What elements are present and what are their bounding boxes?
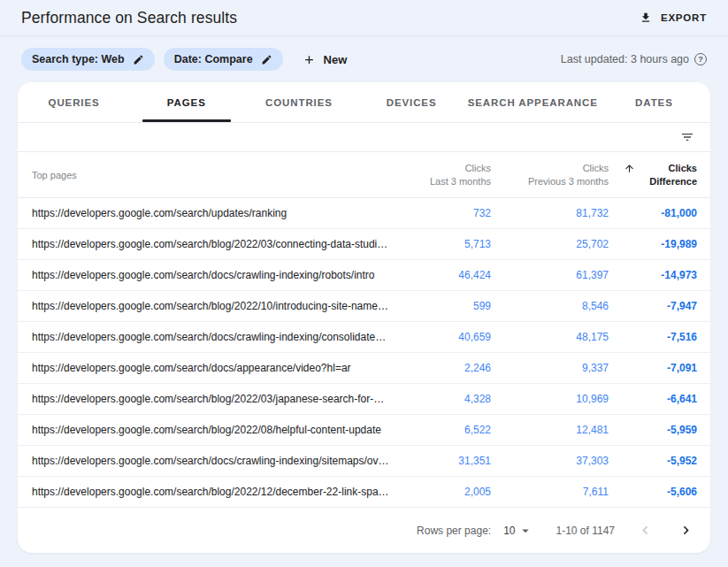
clicks-diff-value: -14,973: [609, 269, 697, 281]
page-url[interactable]: https://developers.google.com/search/doc…: [32, 455, 389, 467]
clicks-prev-value: 10,969: [491, 393, 609, 405]
table-row[interactable]: https://developers.google.com/search/doc…: [18, 260, 710, 291]
clicks-diff-value: -7,516: [609, 331, 697, 343]
table-body: https://developers.google.com/search/upd…: [18, 198, 710, 508]
clicks-diff-value: -7,091: [609, 362, 697, 374]
date-compare-chip-label: Date: Compare: [174, 53, 253, 65]
table-row[interactable]: https://developers.google.com/search/blo…: [18, 477, 710, 508]
export-label: EXPORT: [661, 12, 707, 23]
clicks-prev-value: 61,397: [491, 269, 609, 281]
clicks-diff-value: -6,641: [609, 393, 697, 405]
top-bar: Performance on Search results EXPORT: [0, 0, 728, 36]
column-header-clicks-difference[interactable]: Clicks Difference: [609, 162, 697, 188]
search-type-chip-label: Search type: Web: [32, 53, 125, 65]
clicks-diff-value: -5,606: [609, 486, 697, 498]
table-filter-row: [18, 123, 710, 152]
table-pagination: Rows per page: 10 1-10 of 1147: [18, 508, 710, 553]
edit-icon: [133, 54, 144, 65]
clicks-prev-value: 12,481: [491, 424, 609, 436]
clicks-last-value: 599: [389, 300, 491, 312]
clicks-last-value: 2,005: [389, 486, 491, 498]
performance-card: QUERIES PAGES COUNTRIES DEVICES SEARCH A…: [18, 82, 710, 553]
table-row[interactable]: https://developers.google.com/search/blo…: [18, 384, 710, 415]
column-header-top-pages[interactable]: Top pages: [32, 170, 389, 180]
table-row[interactable]: https://developers.google.com/search/blo…: [18, 415, 710, 446]
page-title: Performance on Search results: [21, 9, 237, 27]
edit-icon: [261, 54, 272, 65]
clicks-last-value: 4,328: [389, 393, 491, 405]
page-url[interactable]: https://developers.google.com/search/doc…: [32, 269, 389, 281]
clicks-last-value: 46,424: [389, 269, 491, 281]
table-row[interactable]: https://developers.google.com/search/upd…: [18, 198, 710, 229]
clicks-diff-value: -81,000: [609, 207, 697, 219]
export-button[interactable]: EXPORT: [640, 11, 707, 24]
table-row[interactable]: https://developers.google.com/search/doc…: [18, 446, 710, 477]
page-url[interactable]: https://developers.google.com/search/blo…: [32, 393, 389, 405]
clicks-prev-value: 81,732: [491, 207, 609, 219]
page-url[interactable]: https://developers.google.com/search/blo…: [32, 486, 389, 498]
last-updated-status: Last updated: 3 hours ago ?: [561, 53, 707, 65]
previous-page-button[interactable]: [634, 520, 655, 541]
tab-dates[interactable]: DATES: [598, 82, 710, 122]
tab-pages[interactable]: PAGES: [130, 82, 242, 122]
next-page-button[interactable]: [675, 520, 696, 541]
chevron-right-icon: [678, 522, 694, 539]
tab-countries[interactable]: COUNTRIES: [242, 82, 355, 122]
page-url[interactable]: https://developers.google.com/search/doc…: [32, 362, 389, 374]
clicks-prev-value: 8,546: [491, 300, 609, 312]
clicks-prev-value: 48,175: [491, 331, 609, 343]
tab-devices[interactable]: DEVICES: [356, 82, 468, 122]
rows-per-page-label: Rows per page:: [417, 525, 491, 537]
clicks-diff-value: -5,952: [609, 455, 697, 467]
clicks-diff-value: -19,989: [609, 238, 697, 250]
date-compare-chip[interactable]: Date: Compare: [164, 48, 283, 71]
tab-search-appearance[interactable]: SEARCH APPEARANCE: [468, 82, 598, 122]
clicks-prev-value: 25,702: [491, 238, 609, 250]
dropdown-icon: [517, 523, 533, 539]
clicks-last-value: 6,522: [389, 424, 491, 436]
rows-per-page-select[interactable]: 10: [503, 523, 533, 539]
new-filter-button[interactable]: New: [303, 53, 348, 66]
filter-bar: Search type: Web Date: Compare New Last …: [0, 36, 728, 82]
last-updated-text: Last updated: 3 hours ago: [561, 53, 689, 65]
clicks-last-value: 2,246: [389, 362, 491, 374]
search-type-chip[interactable]: Search type: Web: [21, 48, 155, 71]
help-icon[interactable]: ?: [694, 53, 707, 65]
download-icon: [640, 11, 652, 24]
plus-icon: [303, 53, 316, 66]
page-url[interactable]: https://developers.google.com/search/doc…: [32, 331, 389, 343]
clicks-diff-value: -7,947: [609, 300, 697, 312]
clicks-last-value: 5,713: [389, 238, 491, 250]
table-header: Top pages Clicks Last 3 months Clicks Pr…: [18, 152, 710, 198]
table-row[interactable]: https://developers.google.com/search/blo…: [18, 291, 710, 322]
page-url[interactable]: https://developers.google.com/search/blo…: [32, 300, 389, 312]
table-row[interactable]: https://developers.google.com/search/doc…: [18, 322, 710, 353]
page-url[interactable]: https://developers.google.com/search/blo…: [32, 424, 389, 436]
chevron-left-icon: [637, 522, 654, 539]
page-url[interactable]: https://developers.google.com/search/blo…: [32, 238, 389, 250]
column-header-clicks-last[interactable]: Clicks Last 3 months: [389, 162, 491, 188]
clicks-prev-value: 9,337: [491, 362, 609, 374]
clicks-prev-value: 37,303: [491, 455, 609, 467]
pagination-range: 1-10 of 1147: [556, 525, 616, 537]
new-filter-label: New: [324, 53, 348, 66]
rows-per-page-value: 10: [503, 525, 515, 537]
dimension-tabs: QUERIES PAGES COUNTRIES DEVICES SEARCH A…: [18, 82, 710, 123]
table-row[interactable]: https://developers.google.com/search/doc…: [18, 353, 710, 384]
clicks-last-value: 40,659: [389, 331, 491, 343]
sort-up-icon: [624, 163, 635, 174]
table-row[interactable]: https://developers.google.com/search/blo…: [18, 229, 710, 260]
clicks-prev-value: 7,611: [491, 486, 609, 498]
clicks-last-value: 732: [389, 207, 491, 219]
column-header-clicks-prev[interactable]: Clicks Previous 3 months: [491, 162, 609, 188]
clicks-last-value: 31,351: [389, 455, 491, 467]
page-url[interactable]: https://developers.google.com/search/upd…: [32, 207, 389, 219]
tab-queries[interactable]: QUERIES: [18, 82, 130, 122]
clicks-diff-value: -5,959: [609, 424, 697, 436]
filter-icon[interactable]: [680, 130, 694, 144]
